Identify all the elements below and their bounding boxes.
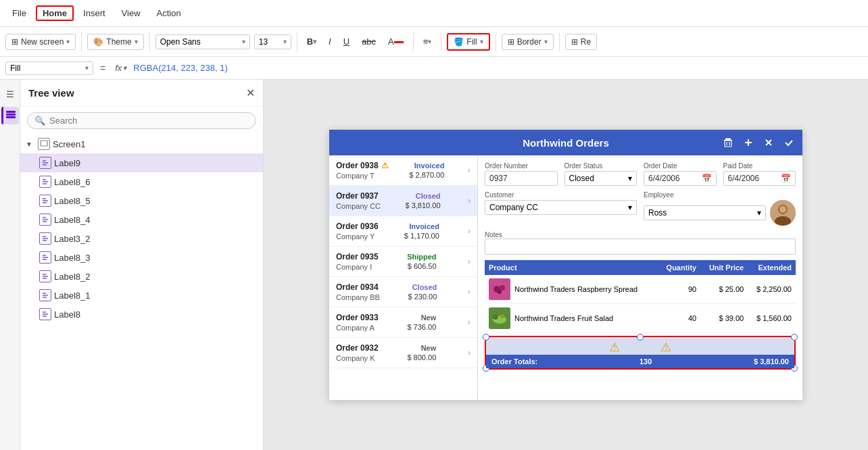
menu-action[interactable]: Action bbox=[150, 5, 188, 21]
product-ext-1: $ 1,560.00 bbox=[748, 304, 796, 333]
order-item-0937[interactable]: Order 0937 Company CC Closed $ 3,810.00 … bbox=[329, 186, 477, 216]
svg-rect-2 bbox=[6, 111, 16, 113]
tree-item-label8-2[interactable]: Label8_2 bbox=[20, 267, 263, 286]
order-num-0938: Order 0938 bbox=[336, 161, 379, 170]
tree-item-label8-3[interactable]: Label8_3 bbox=[20, 248, 263, 267]
font-family-chevron: ▾ bbox=[242, 38, 245, 45]
product-qty-0: 90 bbox=[658, 275, 701, 304]
order-company-0932: Company K bbox=[336, 354, 379, 362]
font-family-select[interactable]: Open Sans ▾ bbox=[155, 34, 250, 49]
employee-label: Employee bbox=[644, 191, 796, 199]
order-status-0932: New bbox=[421, 344, 437, 352]
tree-item-screen1[interactable]: ▼ Screen1 bbox=[20, 134, 263, 153]
border-label: Border bbox=[517, 37, 541, 47]
italic-button[interactable]: I bbox=[324, 34, 335, 49]
font-size-chevron: ▾ bbox=[283, 38, 287, 45]
notes-input[interactable] bbox=[485, 239, 796, 255]
strikethrough-button[interactable]: abc bbox=[358, 34, 380, 49]
order-company-0935: Company I bbox=[336, 263, 379, 271]
re-label: Re bbox=[581, 37, 591, 47]
order-status-chevron: ▾ bbox=[628, 174, 632, 183]
order-amount-0934: $ 230.00 bbox=[408, 293, 437, 301]
handle-tr[interactable] bbox=[791, 334, 798, 341]
handle-tl[interactable] bbox=[483, 334, 489, 341]
tree-item-label9[interactable]: Label9 bbox=[20, 153, 263, 172]
order-item-0938[interactable]: Order 0938 ⚠ Company T Invoiced $ 2,870.… bbox=[329, 155, 477, 186]
tree-item-label8-1-label: Label8_1 bbox=[54, 291, 91, 301]
order-item-0935[interactable]: Order 0935 Company I Shipped $ 606.50 › bbox=[329, 247, 477, 277]
tree-item-label8-6[interactable]: Label8_6 bbox=[20, 172, 263, 191]
new-screen-button[interactable]: ⊞ New screen ▾ bbox=[5, 34, 76, 50]
order-status-label: Order Status bbox=[564, 162, 637, 170]
menu-view[interactable]: View bbox=[115, 5, 147, 21]
order-item-0936[interactable]: Order 0936 Company Y Invoiced $ 1,170.00… bbox=[329, 216, 477, 247]
order-company-0938: Company T bbox=[336, 172, 389, 180]
layers-button[interactable] bbox=[1, 107, 19, 124]
order-status-select[interactable]: Closed ▾ bbox=[564, 171, 637, 186]
menu-file[interactable]: File bbox=[5, 5, 33, 21]
tree-items: ▼ Screen1 Label9 bbox=[20, 134, 263, 450]
tree-close-button[interactable]: ✕ bbox=[246, 86, 255, 99]
order-amount-0933: $ 736.00 bbox=[407, 323, 436, 331]
close-x-icon[interactable] bbox=[761, 134, 777, 151]
tree-item-label3-2[interactable]: Label3_2 bbox=[20, 229, 263, 248]
tree-item-label8-4[interactable]: Label8_4 bbox=[20, 210, 263, 229]
add-icon[interactable] bbox=[740, 134, 756, 151]
col-extended: Extended bbox=[748, 260, 796, 275]
employee-select[interactable]: Ross ▾ bbox=[644, 205, 766, 220]
order-status-0936: Invoiced bbox=[409, 222, 439, 230]
check-icon[interactable] bbox=[781, 134, 797, 151]
order-num-0937: Order 0937 bbox=[336, 191, 379, 201]
font-size-select[interactable]: 13 ▾ bbox=[254, 34, 291, 49]
tree-item-label8-1[interactable]: Label8_1 bbox=[20, 286, 263, 305]
svg-point-43 bbox=[500, 285, 505, 291]
order-date-input[interactable]: 6/4/2006 📅 bbox=[644, 171, 717, 186]
tree-item-label8[interactable]: Label8 bbox=[20, 305, 263, 324]
fill-button[interactable]: 🪣 Fill ▾ bbox=[447, 33, 489, 51]
menu-home[interactable]: Home bbox=[36, 5, 74, 21]
align-button[interactable]: ≡ ▾ bbox=[419, 34, 436, 49]
product-price-1: $ 39.00 bbox=[700, 304, 748, 333]
tree-item-screen1-label: Screen1 bbox=[53, 139, 85, 149]
svg-point-47 bbox=[493, 314, 498, 320]
delete-icon[interactable] bbox=[720, 134, 736, 151]
app-header-icons bbox=[720, 134, 797, 151]
tree-item-label8-5[interactable]: Label8_5 bbox=[20, 191, 263, 210]
order-status-value: Closed bbox=[569, 174, 594, 183]
paid-date-value: 6/4/2006 bbox=[728, 174, 760, 183]
underline-button[interactable]: U bbox=[339, 34, 354, 49]
hamburger-button[interactable]: ☰ bbox=[1, 85, 19, 103]
search-input[interactable] bbox=[49, 116, 249, 126]
border-button[interactable]: ⊞ Border ▾ bbox=[502, 34, 554, 50]
theme-button[interactable]: 🎨 Theme ▾ bbox=[87, 34, 143, 50]
customer-select[interactable]: Company CC ▾ bbox=[485, 200, 637, 215]
tree-item-label8-3-label: Label8_3 bbox=[54, 253, 91, 263]
order-amount-0932: $ 800.00 bbox=[407, 353, 436, 361]
order-item-0934[interactable]: Order 0934 Company BB Closed $ 230.00 › bbox=[329, 277, 477, 307]
handle-tc[interactable] bbox=[637, 334, 644, 341]
order-item-0933[interactable]: Order 0933 Company A New $ 736.00 › bbox=[329, 307, 477, 338]
order-number-label: Order Number bbox=[485, 162, 558, 170]
totals-qty: 130 bbox=[640, 357, 652, 366]
order-number-input[interactable]: 0937 bbox=[485, 171, 558, 186]
detail-row-2: Customer Company CC ▾ Employee Ross bbox=[485, 191, 796, 226]
tree-item-label9-label: Label9 bbox=[54, 158, 80, 168]
selected-row[interactable]: ⚠ ⚠ Order Totals: 130 $ 3,810.00 bbox=[485, 336, 796, 370]
bold-button[interactable]: B ▾ bbox=[303, 34, 320, 49]
theme-icon: 🎨 bbox=[93, 37, 103, 47]
font-color-button[interactable]: A bbox=[384, 34, 408, 49]
property-select[interactable]: Fill ▾ bbox=[5, 61, 93, 75]
svg-point-44 bbox=[498, 290, 502, 294]
tree-search[interactable]: 🔍 bbox=[27, 112, 256, 129]
fx-button[interactable]: fx ▾ bbox=[112, 63, 129, 73]
equals-sign: = bbox=[97, 63, 108, 74]
warn-triangle-left: ⚠ bbox=[609, 340, 620, 355]
order-chevron-0938: › bbox=[468, 166, 471, 175]
product-name-0: Northwind Traders Raspberry Spread bbox=[514, 285, 637, 293]
menu-insert[interactable]: Insert bbox=[76, 5, 112, 21]
formula-value[interactable]: RGBA(214, 223, 238, 1) bbox=[133, 63, 227, 73]
paid-date-input[interactable]: 6/4/2006 📅 bbox=[723, 171, 796, 186]
order-amount-0937: $ 3,810.00 bbox=[406, 201, 441, 209]
re-button[interactable]: ⊞ Re bbox=[565, 34, 597, 50]
order-item-0932[interactable]: Order 0932 Company K New $ 800.00 › bbox=[329, 338, 477, 368]
